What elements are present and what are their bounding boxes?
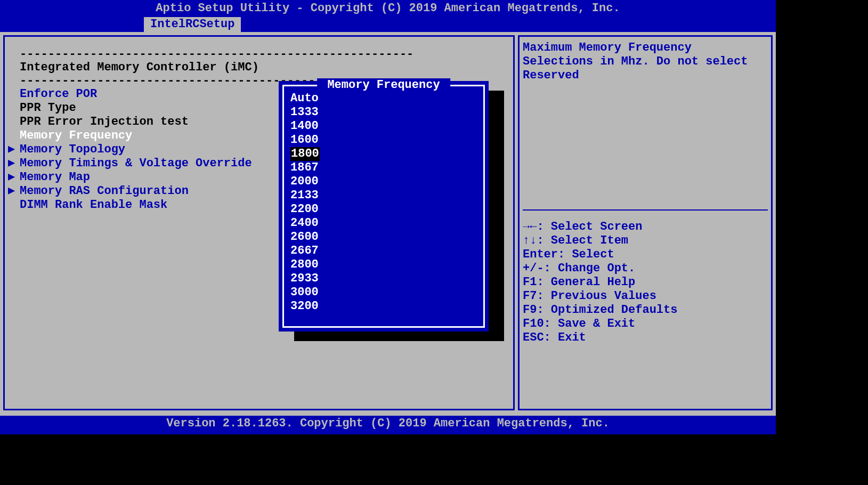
menu-item-label: PPR Error Injection test	[20, 115, 189, 128]
section-header: Integrated Memory Controller (iMC)	[20, 61, 498, 74]
popup-memory-frequency: Memory Frequency Auto1333140016001800186…	[279, 81, 489, 332]
submenu-arrow-icon: ▶	[8, 171, 15, 184]
submenu-arrow-icon: ▶	[8, 184, 15, 198]
menu-item-label: PPR Type	[20, 101, 76, 115]
footer: Version 2.18.1263. Copyright (C) 2019 Am…	[0, 416, 776, 434]
freq-option-1333[interactable]: 1333	[290, 106, 319, 119]
divider-top: ----------------------------------------…	[20, 47, 498, 61]
freq-option-2400[interactable]: 2400	[290, 216, 319, 230]
freq-option-2000[interactable]: 2000	[290, 175, 319, 188]
freq-option-2933[interactable]: 2933	[290, 272, 319, 285]
right-panel: Maximum Memory Frequency Selections in M…	[518, 35, 773, 410]
freq-option-1867[interactable]: 1867	[290, 161, 319, 174]
freq-option-auto[interactable]: Auto	[290, 92, 319, 105]
help-key-line: F10: Save & Exit	[523, 317, 768, 331]
title-bar: Aptio Setup Utility - Copyright (C) 2019…	[0, 0, 776, 17]
freq-option-3000[interactable]: 3000	[290, 286, 319, 299]
help-key-line: F1: General Help	[523, 276, 768, 289]
menu-item-label: Memory Frequency	[20, 129, 132, 142]
freq-option-2133[interactable]: 2133	[290, 189, 319, 202]
help-key-line: Enter: Select	[523, 248, 768, 262]
help-key-line: F9: Optimized Defaults	[523, 303, 768, 317]
menu-item-label: Memory Timings & Voltage Override	[20, 157, 252, 170]
menu-item-label: Memory Map	[20, 171, 90, 184]
freq-option-2200[interactable]: 2200	[290, 203, 319, 216]
menu-item-label: Memory RAS Configuration	[20, 184, 189, 198]
submenu-arrow-icon: ▶	[8, 143, 15, 157]
tab-intelrcsetup[interactable]: IntelRCSetup	[144, 17, 241, 32]
freq-option-3200[interactable]: 3200	[290, 300, 319, 313]
tab-row: IntelRCSetup	[0, 17, 776, 32]
menu-item-label: DIMM Rank Enable Mask	[20, 198, 167, 212]
popup-title: Memory Frequency	[317, 78, 450, 92]
menu-item-label: Enforce POR	[20, 87, 97, 101]
freq-option-1600[interactable]: 1600	[290, 133, 319, 147]
help-key-line: →←: Select Screen	[523, 220, 768, 234]
help-separator	[523, 209, 768, 211]
menu-item-label: Memory Topology	[20, 143, 125, 156]
help-key-line: +/-: Change Opt.	[523, 262, 768, 276]
help-key-line: F7: Previous Values	[523, 289, 768, 303]
freq-option-2600[interactable]: 2600	[290, 230, 319, 244]
freq-option-1800[interactable]: 1800	[290, 147, 320, 161]
freq-option-1400[interactable]: 1400	[290, 119, 319, 133]
help-text: Maximum Memory Frequency Selections in M…	[523, 41, 768, 83]
help-key-line: ↑↓: Select Item	[523, 234, 768, 248]
submenu-arrow-icon: ▶	[8, 157, 15, 171]
freq-option-2800[interactable]: 2800	[290, 258, 319, 271]
bios-screen: Aptio Setup Utility - Copyright (C) 2019…	[0, 0, 776, 434]
help-key-line: ESC: Exit	[523, 331, 768, 345]
popup-inner: Memory Frequency Auto1333140016001800186…	[282, 85, 485, 328]
freq-option-2667[interactable]: 2667	[290, 244, 319, 257]
main-area: ----------------------------------------…	[0, 32, 776, 416]
